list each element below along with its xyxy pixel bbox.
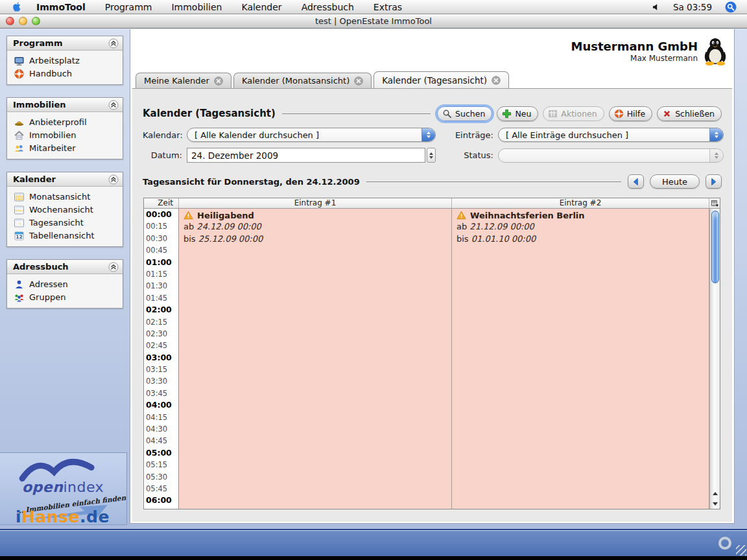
- calendar-select-value: [ Alle Kalender durchsuchen ]: [195, 130, 319, 140]
- menu-item-extras[interactable]: Extras: [374, 2, 402, 12]
- tab-close-icon[interactable]: [354, 76, 363, 86]
- time-row: 01:15: [144, 268, 178, 280]
- time-row: 04:15: [144, 412, 178, 423]
- day-view-table: Zeit Eintrag #1 Eintrag #2 00:0000:1500:…: [143, 198, 720, 509]
- sidebar-item-arbeitsplatz[interactable]: Arbeitsplatz: [14, 55, 120, 66]
- user-name: Max Mustermann: [571, 54, 698, 64]
- help-button-label: Hilfe: [627, 109, 645, 119]
- calendar-label: Kalendar:: [143, 130, 184, 140]
- sidebar-item-wochenansicht[interactable]: Wochenansicht: [14, 204, 120, 215]
- menu-item-adressbuch[interactable]: Adressbuch: [302, 2, 354, 12]
- window-titlebar[interactable]: test | OpenEstate ImmoTool: [0, 14, 747, 29]
- view-title: Kalender (Tagesansicht): [143, 108, 276, 119]
- toolbar: Suchen Neu Aktionen Hilfe: [437, 106, 722, 121]
- sidebar-panel-programm: ProgrammArbeitsplatzHandbuch: [6, 36, 123, 85]
- status-select[interactable]: [498, 148, 724, 163]
- calendar-select[interactable]: [ Alle Kalender durchsuchen ]: [187, 128, 436, 142]
- sidebar-item-tabellenansicht[interactable]: 12Tabellenansicht: [14, 230, 120, 241]
- close-view-button[interactable]: Schließen: [657, 106, 722, 121]
- menu-item-immobilien[interactable]: Immobilien: [171, 2, 222, 12]
- sidebar-item-handbuch[interactable]: Handbuch: [14, 68, 120, 79]
- today-button[interactable]: Heute: [650, 174, 700, 189]
- sidebar-item-tagesansicht[interactable]: Tagesansicht: [14, 217, 120, 228]
- entry-from-line: ab 24.12.09 00:00: [179, 221, 451, 233]
- window-body: ProgrammArbeitsplatzHandbuchImmobilienAn…: [0, 29, 747, 529]
- tab-meine-kalender[interactable]: Meine Kalender: [136, 73, 231, 88]
- entries-select[interactable]: [ Alle Einträge durchsuchen ]: [498, 128, 724, 142]
- time-column: 00:0000:1500:3000:4501:0001:1501:3001:45…: [144, 209, 179, 509]
- sidebar-item-gruppen[interactable]: Gruppen: [14, 292, 120, 303]
- sidebar-item-mitarbeiter[interactable]: Mitarbeiter: [14, 143, 120, 154]
- scrollbar-thumb[interactable]: [711, 211, 719, 283]
- close-button-label: Schließen: [675, 109, 715, 119]
- scroll-up-button[interactable]: [710, 488, 720, 498]
- sidebar-item-monatsansicht[interactable]: Monatsansicht: [14, 191, 120, 202]
- search-button[interactable]: Suchen: [437, 106, 492, 121]
- column-header-eintrag-2[interactable]: Eintrag #2: [452, 198, 709, 208]
- panel-title: Immobilien: [13, 100, 66, 110]
- time-row: 00:45: [144, 244, 178, 256]
- menu-app-name[interactable]: ImmoTool: [36, 2, 86, 12]
- help-button[interactable]: Hilfe: [609, 106, 652, 121]
- date-input[interactable]: [187, 148, 425, 163]
- entry-2-cell[interactable]: Weihnachtsferien Berlinab 21.12.09 00:00…: [452, 209, 709, 509]
- divider: [282, 113, 431, 114]
- address-icon: [14, 279, 25, 290]
- tab-close-icon[interactable]: [492, 76, 501, 85]
- bottom-bar: [0, 529, 747, 556]
- screen-edge: [0, 556, 747, 560]
- tab-kalender-monatsansicht[interactable]: Kalender (Monatsansicht): [233, 73, 372, 88]
- entry-1-cell[interactable]: Heiligabendab 24.12.09 00:00bis 25.12.09…: [179, 209, 452, 509]
- stepper-icon: [709, 128, 723, 141]
- resize-grip[interactable]: [736, 545, 746, 555]
- date-spinner[interactable]: [427, 148, 436, 163]
- scroll-down-button[interactable]: [710, 498, 720, 509]
- day-section-header: Tagesansicht für Donnerstag, den 24.12.2…: [143, 173, 722, 190]
- staff-icon: [14, 143, 25, 154]
- panel-title: Adressbuch: [13, 262, 69, 272]
- month-view-icon: [14, 192, 25, 202]
- tab-kalender-tagesansicht[interactable]: Kalender (Tagesansicht): [374, 71, 509, 88]
- column-picker-button[interactable]: [709, 198, 720, 208]
- collapse-icon: [108, 262, 119, 272]
- spotlight-icon[interactable]: [725, 1, 737, 13]
- time-row: 01:30: [144, 280, 178, 292]
- column-header-eintrag-1[interactable]: Eintrag #1: [179, 198, 452, 208]
- entry-title: Weihnachtsferien Berlin: [470, 211, 585, 220]
- entry-title: Heiligabend: [197, 211, 254, 220]
- menu-item-kalender[interactable]: Kalender: [241, 2, 281, 12]
- new-button[interactable]: Neu: [497, 106, 538, 121]
- column-header-zeit[interactable]: Zeit: [144, 198, 179, 208]
- table-body: 00:0000:1500:3000:4501:0001:1501:3001:45…: [144, 209, 720, 509]
- apple-menu-icon[interactable]: [12, 1, 22, 12]
- sponsor-logo-panel[interactable]: openindex ...Immobilien einfach finden !…: [0, 452, 127, 525]
- actions-button[interactable]: Aktionen: [543, 106, 604, 121]
- panel-header-adressbuch[interactable]: Adressbuch: [7, 260, 123, 274]
- sidebar-item-anbieterprofil[interactable]: Anbieterprofil: [14, 117, 120, 128]
- entry-to-line: bis 25.12.09 00:00: [179, 233, 451, 246]
- menu-item-programm[interactable]: Programm: [105, 2, 152, 12]
- date-field-group: [187, 148, 436, 163]
- menubar-clock[interactable]: Sa 03:59: [673, 2, 712, 12]
- panel-header-kalender[interactable]: Kalender: [7, 172, 123, 187]
- sidebar-item-adressen[interactable]: Adressen: [14, 279, 120, 290]
- menubar-items: ProgrammImmobilienKalenderAdressbuchExtr…: [105, 2, 402, 12]
- volume-icon[interactable]: [652, 3, 660, 11]
- panel-header-programm[interactable]: Programm: [7, 36, 123, 51]
- search-icon: [442, 109, 452, 119]
- time-row: 04:45: [144, 435, 178, 447]
- sidebar-item-label: Adressen: [29, 279, 68, 289]
- time-row: 05:45: [144, 483, 178, 495]
- sidebar-item-immobilien[interactable]: Immobilien: [14, 130, 120, 141]
- panel-header-immobilien[interactable]: Immobilien: [7, 98, 123, 112]
- time-row: 03:45: [144, 388, 178, 399]
- table-scrollbar[interactable]: [709, 209, 720, 509]
- sidebar-item-label: Gruppen: [29, 292, 65, 302]
- previous-day-button[interactable]: [628, 174, 644, 189]
- sidebar-item-label: Immobilien: [29, 130, 76, 140]
- next-day-button[interactable]: [706, 174, 722, 189]
- tab-close-icon[interactable]: [214, 76, 223, 86]
- sidebar-item-label: Arbeitsplatz: [29, 56, 80, 65]
- panel-title: Kalender: [13, 174, 56, 184]
- time-row: 01:00: [144, 257, 178, 268]
